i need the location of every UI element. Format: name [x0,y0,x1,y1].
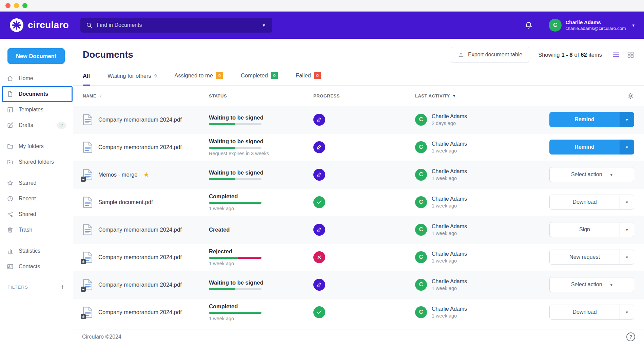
table-row[interactable]: Memos - merge ★ Waiting to be signed C C… [73,161,644,188]
bell-icon[interactable] [524,21,533,30]
window-minimize-button[interactable] [14,3,19,8]
table-row[interactable]: Company memorandum 2024.pdf Created C Ch… [73,216,644,243]
help-icon[interactable]: ? [626,332,635,341]
tab-label: Failed [296,72,311,79]
row-action-button[interactable]: Remind ▾ [549,140,620,155]
document-name: Company memorandum 2024.pdf [98,116,182,123]
circularo-logo-icon [9,18,24,32]
column-label-status: STATUS [209,93,227,98]
sidebar-item-shared-folders[interactable]: Shared folders [0,154,73,170]
export-button[interactable]: Export document table [451,47,529,62]
sidebar-item-label: Shared folders [19,159,54,165]
sidebar-item-label: Starred [19,180,36,186]
list-view-icon[interactable] [612,51,620,59]
export-label: Export document table [468,52,522,58]
sidebar-item-templates[interactable]: Templates [0,102,73,117]
check-icon [313,306,325,318]
search-icon [86,22,93,29]
sort-icon[interactable] [99,93,104,98]
row-action-button[interactable]: Select action ▾ [549,277,634,292]
gear-icon[interactable] [627,92,634,99]
tab-all[interactable]: All [83,73,90,86]
row-action-button[interactable]: Remind ▾ [549,112,620,127]
table-row[interactable]: Sample document.pdf Completed 1 week ago… [73,188,644,216]
row-action-button[interactable]: New request ▾ [549,250,620,265]
sidebar-item-drafts[interactable]: Drafts 2 [0,117,73,133]
name-cell: Company memorandum 2024.pdf [83,279,209,291]
sidebar-item-my-folders[interactable]: My folders [0,139,73,154]
new-document-button[interactable]: New Document [7,48,65,64]
column-header-last-activity[interactable]: LAST ACTIVITY ▼ [415,93,549,98]
user-name: Charlie Adams [565,19,626,25]
sidebar-item-label: Drafts [19,122,33,128]
row-action-dropdown-button[interactable]: ▾ [620,250,634,265]
avatar: C [415,251,427,263]
avatar: C [415,224,427,236]
table-row[interactable]: Company memorandum 2024.pdf Waiting to b… [73,106,644,133]
activity-user: Charlie Adams [432,168,467,175]
row-action-button[interactable]: Select action ▾ [549,167,634,182]
avatar: C [415,141,427,153]
sidebar-item-home[interactable]: Home [0,71,73,86]
row-action-label: Download [572,309,597,315]
main-content: Documents Export document table Showing … [73,39,644,344]
user-menu[interactable]: C Charlie Adams charlie.adams@circularo.… [549,19,635,32]
window-titlebar [0,0,644,12]
table-row[interactable]: Company memorandum 2024.pdf Waiting to b… [73,133,644,161]
avatar: C [415,196,427,208]
activity-cell: C Charlie Adams 1 week ago [415,196,549,209]
sidebar-item-label: Recent [19,196,36,202]
signature-icon [313,224,325,236]
action-cell: Remind ▾ ▾ [549,140,634,155]
row-action-dropdown-button[interactable]: ▾ [620,112,634,127]
row-action-dropdown-button[interactable]: ▾ [620,195,634,210]
row-action-dropdown-button[interactable]: ▾ [620,140,634,155]
table-row[interactable]: Company memorandum 2024.pdf Waiting to b… [73,271,644,298]
row-action-button[interactable]: Sign ▾ [549,222,620,237]
sidebar-item-label: Contacts [19,264,40,270]
row-action-dropdown-button[interactable]: ▾ [620,305,634,320]
export-icon [458,52,464,58]
sidebar: New Document Home Documents Templates Dr… [0,39,73,344]
name-cell: Memos - merge ★ [83,169,209,181]
search-options-chevron-icon[interactable]: ▾ [255,18,272,33]
window-close-button[interactable] [5,3,11,8]
sidebar-item-starred[interactable]: Starred [0,175,73,191]
row-action-button[interactable]: Download ▾ [549,195,620,210]
tab-waiting-for-others[interactable]: Waiting for others 9 [108,73,157,86]
showing-suffix: items [589,52,602,58]
action-split-button: New request ▾ ▾ [549,250,634,265]
grid-view-icon[interactable] [627,51,635,59]
add-filter-button[interactable] [59,284,65,290]
name-cell: Company memorandum 2024.pdf [83,141,209,153]
signature-icon [313,279,325,291]
progress-cell [313,224,415,236]
tab-completed[interactable]: Completed 0 [241,72,278,86]
sidebar-item-shared[interactable]: Shared [0,206,73,222]
filters-section: FILTERS [0,280,73,294]
window-zoom-button[interactable] [22,3,27,8]
table-row[interactable]: Company memorandum 2024.pdf Completed 1 … [73,298,644,326]
showing-of: of [574,52,579,58]
search-input[interactable] [93,22,255,28]
activity-user: Charlie Adams [432,141,467,147]
star-icon[interactable]: ★ [143,171,150,178]
tab-failed[interactable]: Failed 0 [296,72,321,86]
row-action-dropdown-button[interactable]: ▾ [620,222,634,237]
star-icon [7,180,14,186]
showing-range: 1 - 8 [561,52,572,58]
sidebar-item-contacts[interactable]: Contacts [0,259,73,274]
sidebar-item-statistics[interactable]: Statistics [0,243,73,259]
sidebar-item-recent[interactable]: Recent [0,191,73,206]
sidebar-item-documents[interactable]: Documents [2,86,73,102]
table-row[interactable]: Company memorandum 2024.pdf Rejected 1 w… [73,243,644,271]
brand[interactable]: circularo [9,18,69,32]
tab-assigned-to-me[interactable]: Assigned to me 0 [174,72,223,86]
column-header-name[interactable]: NAME [83,93,209,98]
activity-cell: C Charlie Adams 1 week ago [415,251,549,264]
action-split-button: Download ▾ ▾ [549,305,634,320]
row-action-button[interactable]: Download ▾ [549,305,620,320]
view-toggle [612,51,635,59]
sidebar-item-trash[interactable]: Trash [0,222,73,238]
status-subtext: 1 week ago [209,206,305,211]
